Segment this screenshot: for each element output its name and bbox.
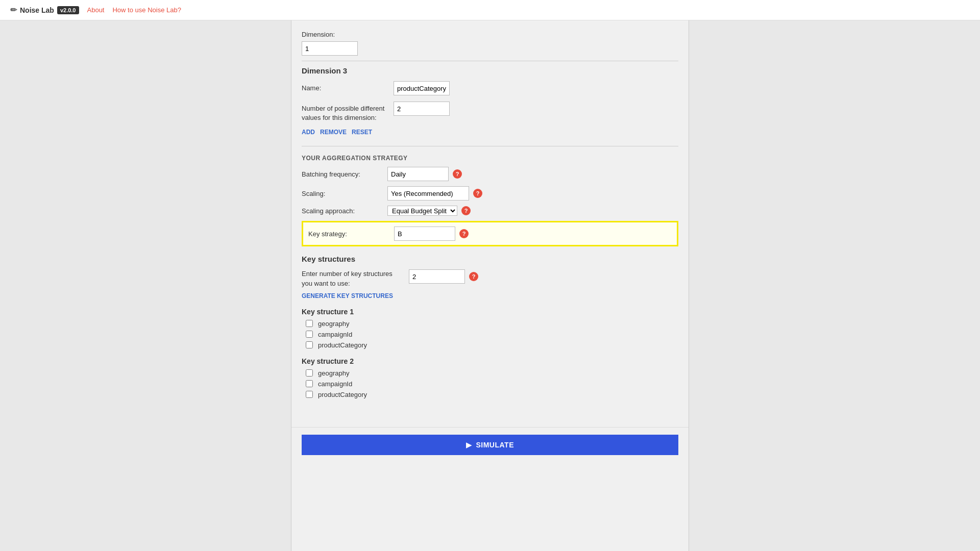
scaling-approach-row: Scaling approach: Equal Budget Split ? [302, 206, 678, 216]
ks1-geography-label: geography [318, 320, 349, 328]
simulate-button-label: SIMULATE [476, 441, 514, 449]
key-strategy-select[interactable]: A B C [394, 227, 455, 241]
divider-1 [302, 146, 678, 146]
ks2-geography-checkbox[interactable] [306, 369, 313, 377]
scaling-select[interactable]: Yes (Recommended) No [387, 186, 469, 201]
simulate-play-icon: ▶ [466, 441, 472, 449]
key-structures-input[interactable] [409, 269, 465, 284]
stub-dimension-input[interactable] [302, 41, 358, 56]
dimension3-name-row: Name: [302, 81, 678, 95]
key-structures-section: Key structures Enter number of key struc… [302, 255, 678, 398]
ks1-geography-checkbox[interactable] [306, 320, 313, 327]
key-structures-title: Key structures [302, 255, 678, 263]
dimension3-action-links: ADD REMOVE RESET [302, 129, 678, 136]
batching-label: Batching frequency: [302, 170, 383, 178]
ks2-geography-label: geography [318, 369, 349, 377]
aggregation-title: YOUR AGGREGATION STRATEGY [302, 155, 678, 162]
key-strategy-select-wrapper: A B C [394, 227, 455, 241]
ks1-campaignid-checkbox[interactable] [306, 331, 313, 338]
ks1-campaignid-row: campaignId [302, 331, 678, 338]
dimension3-name-label: Name: [302, 81, 394, 93]
dimension3-title: Dimension 3 [302, 66, 678, 75]
key-structure-2: Key structure 2 geography campaignId pro… [302, 357, 678, 398]
ks1-productcategory-row: productCategory [302, 341, 678, 349]
dimension3-section: Dimension 3 Name: Number of possible dif… [302, 66, 678, 136]
scaling-label: Scaling: [302, 190, 383, 197]
scaling-help-icon[interactable]: ? [473, 189, 482, 198]
key-structure-1-title: Key structure 1 [302, 308, 678, 316]
ks2-productcategory-checkbox[interactable] [306, 391, 313, 398]
dimension3-numvalues-input-wrapper [394, 102, 678, 116]
scaling-row: Scaling: Yes (Recommended) No ? [302, 186, 678, 201]
scaling-approach-help-icon[interactable]: ? [461, 206, 471, 215]
ks1-geography-row: geography [302, 320, 678, 328]
ks1-campaignid-label: campaignId [318, 331, 352, 338]
key-strategy-help-icon[interactable]: ? [459, 229, 469, 238]
key-structures-input-row: Enter number of key structures you want … [302, 269, 678, 288]
key-structure-2-title: Key structure 2 [302, 357, 678, 365]
scaling-approach-select[interactable]: Equal Budget Split [387, 206, 457, 216]
batching-select[interactable]: Daily Weekly Monthly [387, 167, 449, 181]
key-structures-help-icon[interactable]: ? [469, 272, 478, 281]
scaling-approach-label: Scaling approach: [302, 207, 383, 215]
top-stub: Dimension: [302, 26, 678, 61]
nav-version: v2.0.0 [57, 6, 79, 14]
ks1-productcategory-checkbox[interactable] [306, 341, 313, 348]
key-structures-input-label: Enter number of key structures you want … [302, 269, 404, 288]
batching-help-icon[interactable]: ? [453, 169, 462, 179]
center-panel[interactable]: Dimension: Dimension 3 Name: Number of p… [291, 20, 689, 551]
topnav: ✏ Noise Lab v2.0.0 About How to use Nois… [0, 0, 980, 20]
key-structure-1: Key structure 1 geography campaignId pro… [302, 308, 678, 349]
key-strategy-container: Key strategy: A B C ? [302, 221, 678, 246]
nav-logo-text: Noise Lab [20, 6, 54, 14]
ks2-campaignid-checkbox[interactable] [306, 380, 313, 387]
ks2-campaignid-row: campaignId [302, 380, 678, 388]
dimension3-name-input[interactable] [394, 81, 450, 95]
nav-howto-link[interactable]: How to use Noise Lab? [112, 6, 181, 14]
dimension3-numvalues-input[interactable] [394, 102, 450, 116]
stub-dimension-label: Dimension: [302, 31, 678, 38]
dimension3-numvalues-label: Number of possible different values for … [302, 102, 394, 122]
main-container: Dimension: Dimension 3 Name: Number of p… [0, 20, 980, 551]
dimension3-numvalues-row: Number of possible different values for … [302, 102, 678, 122]
batching-select-wrapper: Daily Weekly Monthly [387, 167, 449, 181]
key-strategy-label: Key strategy: [308, 230, 390, 238]
ks2-productcategory-row: productCategory [302, 391, 678, 398]
key-strategy-box: Key strategy: A B C ? [302, 221, 678, 246]
content-area: Dimension: Dimension 3 Name: Number of p… [291, 20, 689, 427]
ks2-productcategory-label: productCategory [318, 391, 367, 398]
simulate-button[interactable]: ▶ SIMULATE [302, 435, 678, 455]
ks2-geography-row: geography [302, 369, 678, 377]
generate-key-structures-link[interactable]: GENERATE KEY STRUCTURES [302, 292, 678, 299]
simulate-bar: ▶ SIMULATE [291, 427, 689, 462]
reset-link[interactable]: RESET [352, 129, 372, 136]
aggregation-section: YOUR AGGREGATION STRATEGY Batching frequ… [302, 155, 678, 246]
add-link[interactable]: ADD [302, 129, 315, 136]
nav-logo: ✏ Noise Lab v2.0.0 [10, 5, 79, 15]
remove-link[interactable]: REMOVE [320, 129, 347, 136]
nav-about-link[interactable]: About [87, 6, 105, 14]
ks2-campaignid-label: campaignId [318, 380, 352, 388]
dimension3-name-input-wrapper [394, 81, 678, 95]
pencil-icon: ✏ [10, 5, 17, 15]
ks1-productcategory-label: productCategory [318, 341, 367, 349]
key-structures-input-group: ? [409, 269, 478, 284]
scaling-select-wrapper: Yes (Recommended) No [387, 186, 469, 201]
batching-frequency-row: Batching frequency: Daily Weekly Monthly… [302, 167, 678, 181]
